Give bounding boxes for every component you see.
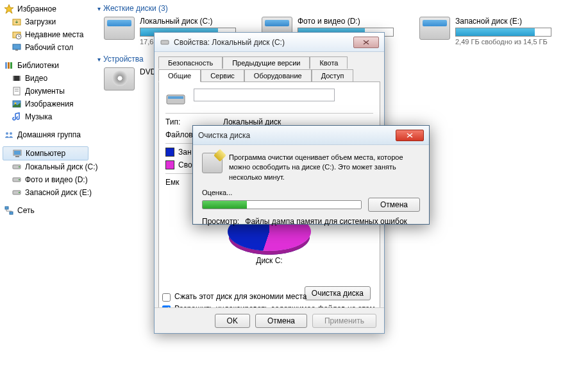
apply-button[interactable]: Применить: [312, 314, 376, 328]
tab-previous-versions[interactable]: Предыдущие версии: [223, 56, 310, 69]
collapse-icon: ▾: [97, 5, 101, 12]
tab-quota[interactable]: Квота: [310, 56, 348, 69]
used-label: Зан: [178, 148, 192, 157]
svg-rect-11: [19, 76, 21, 81]
cancel-button[interactable]: Отмена: [368, 198, 420, 212]
free-swatch: [165, 160, 174, 169]
tab-sharing[interactable]: Доступ: [312, 69, 354, 82]
sidebar-videos[interactable]: Видео: [0, 72, 91, 85]
svg-rect-8: [10, 62, 12, 69]
drive-icon: [12, 187, 22, 198]
network-icon: [4, 205, 14, 216]
download-icon: [12, 17, 22, 27]
homegroup-icon: [4, 130, 14, 140]
tab-security[interactable]: Безопасность: [158, 56, 223, 69]
sidebar-label: Сеть: [17, 206, 35, 215]
sidebar-downloads[interactable]: Загрузки: [0, 15, 91, 28]
sidebar-libraries[interactable]: Библиотеки: [0, 59, 91, 72]
music-icon: [12, 112, 22, 122]
sidebar-drive-c[interactable]: Локальный диск (C:): [0, 160, 91, 173]
sidebar-drive-d[interactable]: Фото и видео (D:): [0, 173, 91, 186]
computer-icon: [12, 148, 22, 159]
sidebar-documents[interactable]: Документы: [0, 85, 91, 98]
sidebar-network[interactable]: Сеть: [0, 204, 91, 217]
svg-rect-10: [13, 76, 14, 81]
compress-label: Сжать этот диск для экономии места: [174, 292, 307, 301]
sidebar-label: Музыка: [25, 112, 52, 121]
tab-hardware[interactable]: Оборудование: [244, 69, 312, 82]
svg-rect-20: [14, 151, 21, 155]
sidebar-label: Документы: [25, 87, 65, 96]
svg-rect-6: [5, 62, 7, 69]
sidebar-computer[interactable]: Компьютер: [3, 146, 88, 160]
sidebar-label: Недавние места: [25, 30, 83, 39]
scan-label: Просмотр:: [202, 217, 239, 226]
sidebar-pictures[interactable]: Изображения: [0, 98, 91, 110]
drive-large-icon: [165, 89, 186, 109]
sidebar-label: Рабочий стол: [25, 43, 73, 52]
svg-rect-5: [15, 49, 18, 51]
collapse-icon: ▾: [97, 56, 101, 63]
cleanup-icon: [202, 153, 223, 173]
close-button[interactable]: [396, 130, 424, 141]
dialog-title: Очистка диска: [198, 131, 396, 140]
free-label: Сво: [178, 160, 192, 169]
tab-tools[interactable]: Сервис: [201, 69, 244, 82]
ok-button[interactable]: OK: [215, 314, 250, 328]
svg-point-18: [10, 132, 12, 135]
svg-rect-4: [13, 44, 21, 49]
drive-icon: [12, 175, 22, 185]
sidebar-label: Библиотеки: [17, 61, 59, 70]
section-header-hdd[interactable]: ▾ Жесткие диски (3): [97, 4, 582, 13]
sidebar-label: Фото и видео (D:): [25, 175, 88, 184]
progress-label: Оценка...: [202, 189, 420, 196]
svg-point-17: [6, 132, 8, 135]
drive-free-text: 2,49 ГБ свободно из 14,5 ГБ: [455, 38, 551, 46]
dialog-titlebar[interactable]: Очистка диска: [193, 126, 429, 145]
compress-checkbox-row[interactable]: Сжать этот диск для экономии места: [162, 292, 376, 302]
sidebar-label: Видео: [25, 74, 47, 83]
cancel-button[interactable]: Отмена: [255, 314, 307, 328]
drive-icon: [160, 37, 170, 47]
sidebar-label: Локальный диск (C:): [25, 162, 98, 171]
dialog-titlebar[interactable]: Свойства: Локальный диск (C:): [155, 33, 384, 52]
svg-rect-21: [15, 156, 19, 157]
cleanup-message: Программа очистки оценивает объем места,…: [229, 153, 420, 182]
sidebar-label: Запасной диск (E:): [25, 188, 92, 197]
libraries-icon: [4, 60, 14, 71]
usage-bar: [455, 28, 551, 37]
svg-point-27: [19, 192, 20, 193]
svg-rect-29: [10, 212, 13, 214]
scan-value: Файлы дампа памяти для системных ошибок: [245, 217, 407, 226]
svg-marker-0: [4, 4, 13, 13]
desktop-icon: [12, 42, 22, 53]
used-swatch: [165, 148, 174, 157]
sidebar-desktop[interactable]: Рабочий стол: [0, 41, 91, 54]
sidebar-drive-e[interactable]: Запасной диск (E:): [0, 186, 91, 199]
explorer-sidebar: Избранное Загрузки Недавние места Рабочи…: [0, 0, 91, 369]
drive-name: Запасной диск (E:): [455, 17, 551, 26]
section-title: Устройства: [103, 55, 144, 64]
svg-rect-30: [161, 40, 169, 44]
drive-name: Локальный диск (C:): [140, 17, 236, 26]
hdd-icon: [419, 17, 450, 40]
sidebar-label: Домашняя группа: [17, 130, 81, 139]
dvd-icon: [104, 67, 135, 90]
volume-label-input[interactable]: [194, 89, 335, 101]
star-icon: [4, 4, 14, 14]
drive-tile-e[interactable]: Запасной диск (E:) 2,49 ГБ свободно из 1…: [419, 17, 551, 46]
dialog-button-bar: OK Отмена Применить: [155, 307, 384, 333]
sidebar-homegroup[interactable]: Домашняя группа: [0, 128, 91, 141]
sidebar-music[interactable]: Музыка: [0, 110, 91, 123]
drive-icon: [12, 162, 22, 172]
dialog-title: Свойства: Локальный диск (C:): [174, 38, 353, 47]
document-icon: [12, 86, 22, 96]
sidebar-recent[interactable]: Недавние места: [0, 28, 91, 41]
pictures-icon: [12, 99, 22, 109]
sidebar-favorites[interactable]: Избранное: [0, 3, 91, 15]
compress-checkbox[interactable]: [162, 293, 171, 302]
tab-general[interactable]: Общие: [158, 69, 201, 82]
close-button[interactable]: [353, 37, 379, 48]
progress-bar: [202, 200, 362, 209]
disk-cleanup-dialog: Очистка диска Программа очистки оценивае…: [192, 125, 430, 225]
